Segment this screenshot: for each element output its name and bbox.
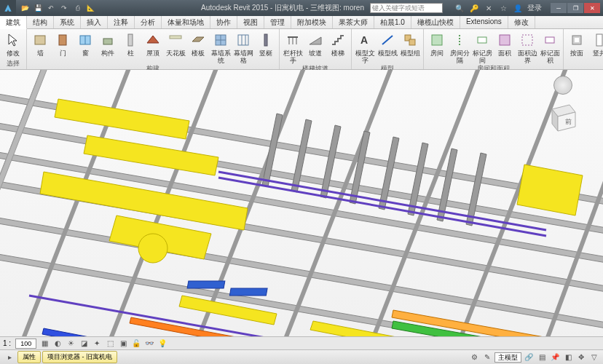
crop-view-icon[interactable]: ⬚	[103, 339, 117, 349]
project-browser-tab[interactable]: 项目浏览器 - 旧寓机电	[42, 351, 117, 363]
tool-wall[interactable]: 墙	[29, 30, 51, 57]
tool-ceiling[interactable]: 天花板	[165, 30, 186, 57]
tab-plugin3[interactable]: 橄榄山快模	[411, 16, 460, 28]
app-menu-button[interactable]	[0, 0, 16, 16]
tool-area-boundary[interactable]: 面积边界	[516, 30, 538, 64]
tab-architecture[interactable]: 建筑	[0, 16, 27, 29]
ribbon-group-opening: 按面 竖井 墙 垂直 老虎窗 洞口	[564, 29, 603, 69]
temp-hide-icon[interactable]: 👓	[143, 339, 156, 349]
qat-save-icon[interactable]: 💾	[32, 2, 44, 14]
tab-plugin1[interactable]: 果茶大师	[333, 16, 374, 28]
qat-undo-icon[interactable]: ↶	[45, 2, 57, 14]
sun-path-icon[interactable]: ☀	[64, 339, 77, 349]
signin-label[interactable]: 登录	[527, 3, 542, 13]
detail-level-icon[interactable]: ▦	[38, 339, 51, 349]
lock-3d-icon[interactable]: 🔓	[130, 339, 143, 349]
editable-only-icon[interactable]: ✎	[481, 352, 493, 363]
exchange-icon[interactable]: ✕	[484, 3, 494, 13]
infocenter-search-icon[interactable]: 🔍	[454, 3, 465, 13]
tool-model-group[interactable]: 模型组	[399, 30, 421, 57]
window-close-button[interactable]: ✕	[584, 3, 600, 13]
signin-icon[interactable]: 👤	[513, 3, 523, 13]
tab-plugin2[interactable]: 柏晨1.0	[374, 16, 411, 28]
model-canvas[interactable]	[0, 70, 603, 349]
tool-shaft[interactable]: 竖井	[588, 30, 603, 57]
tool-component[interactable]: 构件	[97, 30, 119, 57]
title-bar: 📂 💾 ↶ ↷ ⎙ 📐 Autodesk Revit 2015 - 旧寓机电 -…	[0, 0, 603, 16]
tool-column[interactable]: 柱	[119, 30, 141, 57]
svg-rect-1	[59, 35, 66, 45]
mullion-icon	[257, 31, 275, 49]
tool-railing[interactable]: 栏杆扶手	[282, 30, 304, 64]
svg-rect-29	[575, 38, 579, 42]
viewcube[interactable]: 前	[543, 99, 581, 137]
ribbon-group-circulation: 栏杆扶手 坡道 楼梯 楼梯坡道	[280, 29, 352, 69]
help-search-input[interactable]: 键入关键字或短语	[370, 3, 443, 13]
shaft-icon	[591, 31, 603, 49]
tool-model-line[interactable]: 模型线	[377, 30, 398, 57]
svg-rect-0	[35, 36, 45, 44]
tool-modify[interactable]: 修改	[2, 30, 24, 57]
tool-tag-area[interactable]: 标记面积	[539, 30, 561, 64]
rendering-icon[interactable]: ✦	[90, 339, 103, 349]
tool-curtain-system[interactable]: 幕墙系统	[210, 30, 232, 64]
svg-rect-24	[478, 37, 486, 43]
tool-by-face[interactable]: 按面	[566, 30, 588, 57]
qat-print-icon[interactable]: ⎙	[71, 2, 83, 14]
tool-room[interactable]: 房间	[426, 30, 448, 57]
qat-redo-icon[interactable]: ↷	[58, 2, 70, 14]
tool-window[interactable]: 窗	[74, 30, 96, 57]
select-pinned-icon[interactable]: 📌	[549, 352, 561, 363]
crop-region-icon[interactable]: ▣	[117, 339, 130, 349]
roof-icon	[144, 31, 162, 49]
expand-panel-icon[interactable]: ▸	[3, 352, 16, 363]
properties-tab[interactable]: 属性	[17, 351, 41, 363]
tab-collaborate[interactable]: 协作	[210, 16, 237, 28]
tool-room-separator[interactable]: 房间分隔	[449, 30, 470, 64]
ribbon-group-room: 房间 房间分隔 标记房间 面积 面积边界 标记面积 房间和面积	[424, 29, 564, 69]
visual-style-icon[interactable]: ◐	[51, 339, 64, 349]
cursor-icon	[4, 31, 22, 49]
drag-elements-icon[interactable]: ✥	[575, 352, 587, 363]
ribbon-group-model: A模型文字 模型线 模型组 模型	[352, 29, 424, 69]
tab-annotate[interactable]: 注释	[108, 16, 135, 28]
ceiling-icon	[167, 31, 184, 49]
tab-addins[interactable]: 附加模块	[291, 16, 333, 28]
tool-tag-room[interactable]: 标记房间	[471, 30, 493, 64]
window-restore-button[interactable]: ❐	[567, 3, 583, 13]
tab-view[interactable]: 视图	[237, 16, 264, 28]
qat-measure-icon[interactable]: 📐	[84, 2, 96, 14]
select-links-icon[interactable]: 🔗	[523, 352, 535, 363]
tab-massing[interactable]: 体量和场地	[162, 16, 210, 28]
tool-roof[interactable]: 屋顶	[142, 30, 164, 57]
subscription-icon[interactable]: 🔑	[469, 3, 479, 13]
tab-structure[interactable]: 结构	[27, 16, 54, 28]
tool-stair[interactable]: 楼梯	[327, 30, 349, 57]
tool-curtain-grid[interactable]: 幕墙网格	[232, 30, 254, 64]
reveal-hidden-icon[interactable]: 💡	[156, 339, 169, 349]
3d-viewport[interactable]: 前 1 : 100 ▦ ◐ ☀ ◪ ✦ ⬚ ▣ 🔓 👓 💡	[0, 70, 603, 349]
tab-modify[interactable]: 修改	[508, 16, 535, 28]
qat-open-icon[interactable]: 📂	[19, 2, 31, 14]
tool-ramp[interactable]: 坡道	[304, 30, 326, 57]
tool-model-text[interactable]: A模型文字	[354, 30, 376, 64]
design-options-combo[interactable]: 主模型	[494, 352, 521, 363]
tab-insert[interactable]: 插入	[81, 16, 108, 28]
tab-systems[interactable]: 系统	[54, 16, 81, 28]
filter-icon[interactable]: ▽	[588, 352, 600, 363]
tool-door[interactable]: 门	[52, 30, 74, 57]
select-underlay-icon[interactable]: ▤	[536, 352, 548, 363]
window-minimize-button[interactable]: ─	[551, 3, 567, 13]
tool-mullion[interactable]: 竖梃	[255, 30, 277, 57]
workset-icon[interactable]: ⚙	[468, 352, 480, 363]
scale-value-input[interactable]: 100	[15, 339, 36, 349]
tool-floor[interactable]: 楼板	[187, 30, 209, 57]
select-face-icon[interactable]: ◧	[562, 352, 574, 363]
favorite-icon[interactable]: ☆	[498, 3, 508, 13]
tool-area[interactable]: 面积	[494, 30, 516, 57]
shadows-icon[interactable]: ◪	[77, 339, 90, 349]
tab-extensions[interactable]: Extensions	[460, 16, 508, 28]
navigation-wheel[interactable]	[553, 76, 572, 95]
tab-manage[interactable]: 管理	[264, 16, 291, 28]
tab-analyze[interactable]: 分析	[135, 16, 162, 28]
